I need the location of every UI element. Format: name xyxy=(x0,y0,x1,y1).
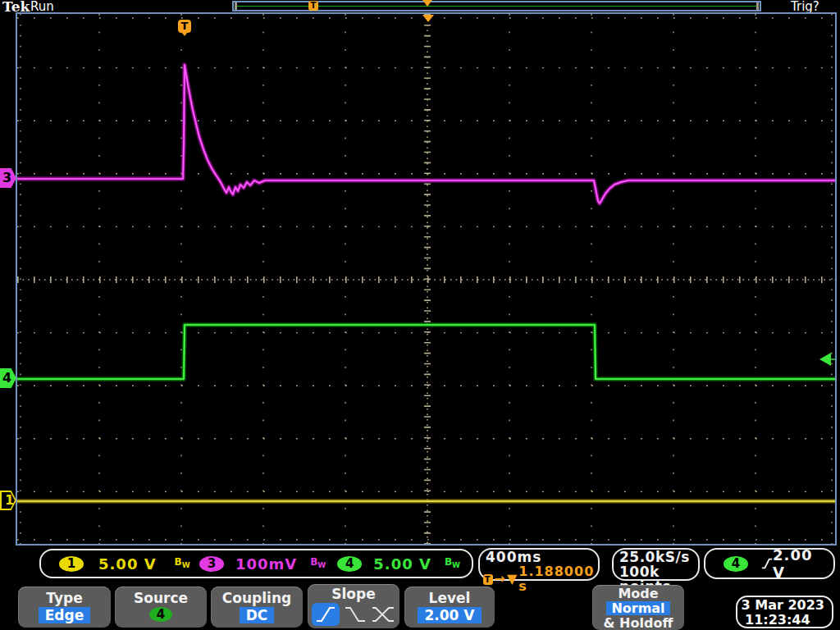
channel4-position-marker[interactable]: 4 xyxy=(0,368,16,388)
channel1-marker-label: 1 xyxy=(5,491,14,510)
trigger-point-marker-icon[interactable]: T xyxy=(178,20,191,33)
rising-slope-icon xyxy=(315,605,336,623)
channel1-scale: 5.00 V xyxy=(98,555,157,573)
time-label: 11:23:44 xyxy=(737,613,832,628)
marker-icon: ▼ xyxy=(507,572,518,587)
falling-slope-icon[interactable] xyxy=(344,605,367,623)
channel3-scale: 100mV xyxy=(235,555,297,573)
trigger-readout-box: 4 2.00 V xyxy=(704,548,835,579)
trigger-level-value: 2.00 V xyxy=(773,546,824,581)
graticule-and-traces xyxy=(17,14,835,544)
level-label: Level xyxy=(404,590,495,606)
record-window-bracket-right[interactable] xyxy=(756,2,759,10)
channel4-bandwidth-icon: BW xyxy=(445,557,460,570)
menu-button-mode[interactable]: Mode Normal & Holdoff xyxy=(592,585,684,630)
channel1-position-marker[interactable]: 1 xyxy=(0,491,16,510)
mode-suffix: & Holdoff xyxy=(592,616,684,630)
type-label: Type xyxy=(18,590,111,606)
channel4-trace xyxy=(17,325,835,379)
waveform-display: T xyxy=(16,12,837,546)
menu-button-type[interactable]: Type Edge xyxy=(18,587,111,628)
either-slope-icon[interactable] xyxy=(371,605,395,623)
rising-edge-icon xyxy=(761,556,773,571)
sample-rate: 25.0kS/s xyxy=(614,550,698,564)
trigger-level-arrow-icon[interactable] xyxy=(819,353,831,366)
channel4-trace xyxy=(17,325,835,379)
coupling-value: DC xyxy=(240,607,275,623)
record-window-bracket-left[interactable] xyxy=(235,2,237,10)
channel4-badge: 4 xyxy=(337,556,362,572)
type-value: Edge xyxy=(39,607,90,623)
menu-button-source[interactable]: Source 4 xyxy=(115,587,207,628)
channel3-trace xyxy=(17,65,835,203)
channel4-scale: 5.00 V xyxy=(373,555,431,573)
horizontal-scale: 400ms xyxy=(480,550,598,564)
menu-button-coupling[interactable]: Coupling DC xyxy=(211,587,303,628)
menu-button-slope[interactable]: Slope xyxy=(308,584,399,628)
channel1-badge: 1 xyxy=(59,556,84,572)
channel3-position-marker[interactable]: 3 xyxy=(0,168,16,188)
delay-value: 1.188000 s xyxy=(518,564,598,594)
date-label: 3 Mar 2023 xyxy=(737,598,832,613)
channel3-bandwidth-icon: BW xyxy=(310,557,326,570)
datetime-box: 3 Mar 2023 11:23:44 xyxy=(736,596,833,628)
vertical-scale-readout-box: 1 5.00 V BW 3 100mV BW 4 5.00 V BW xyxy=(39,549,473,578)
record-trigger-marker-icon[interactable]: T xyxy=(308,1,318,11)
trigger-source-badge: 4 xyxy=(724,556,748,572)
slope-rising-selected[interactable] xyxy=(312,603,340,626)
channel3-marker-label: 3 xyxy=(2,168,16,188)
oscilloscope-screen: Tek Run T Trig? T 3 4 1 1 5.00 V BW 3 10… xyxy=(0,0,840,630)
channel4-marker-label: 4 xyxy=(2,368,16,388)
acquisition-readout-box: 25.0kS/s 100k points xyxy=(612,548,700,581)
arrow-icon: → xyxy=(495,572,506,587)
record-view-bar: T xyxy=(232,1,761,11)
trigger-delay-readout: T→▼1.188000 s xyxy=(480,564,598,594)
menu-button-level[interactable]: Level 2.00 V xyxy=(404,587,495,628)
mode-value: Normal xyxy=(606,601,669,615)
record-position-triangle-icon[interactable] xyxy=(422,0,432,7)
source-value-badge: 4 xyxy=(149,607,172,622)
horizontal-readout-box: 400ms T→▼1.188000 s xyxy=(478,548,600,581)
channel1-bandwidth-icon: BW xyxy=(175,557,190,570)
mode-label: Mode xyxy=(592,587,684,600)
coupling-label: Coupling xyxy=(211,590,303,606)
slope-label: Slope xyxy=(308,586,399,602)
trigger-tag-icon: T xyxy=(483,574,493,585)
channel4-trace xyxy=(17,325,835,379)
trigger-position-triangle-icon[interactable] xyxy=(422,15,434,22)
source-label: Source xyxy=(115,590,207,606)
level-value: 2.00 V xyxy=(418,607,481,623)
channel3-badge: 3 xyxy=(199,556,224,572)
